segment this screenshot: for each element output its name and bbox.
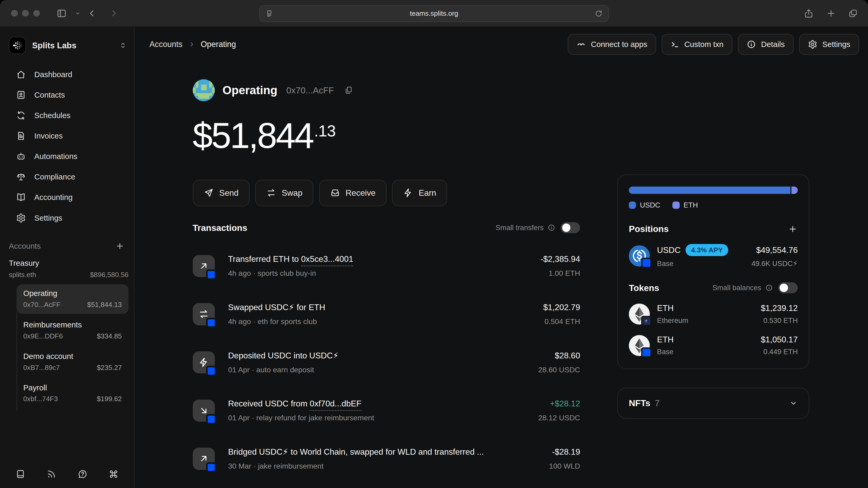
- copy-icon[interactable]: [344, 86, 353, 95]
- contact-card-icon: [16, 90, 26, 100]
- sidebar-item-contacts[interactable]: Contacts: [0, 85, 134, 105]
- account-name: Operating: [23, 289, 122, 298]
- account-address: 0xB7...89c7: [23, 364, 60, 372]
- earn-button[interactable]: Earn: [392, 180, 447, 206]
- send-button[interactable]: Send: [193, 180, 250, 206]
- transaction-row[interactable]: Bridged USDC⚡ to World Chain, swapped fo…: [193, 443, 580, 474]
- transaction-row[interactable]: Transferred ETH to 0x5ce3...4001 4h ago …: [193, 250, 580, 281]
- toggle-knob: [780, 284, 788, 292]
- tx-address-link[interactable]: 0x5ce3...4001: [301, 254, 353, 266]
- info-icon[interactable]: [765, 284, 773, 292]
- url-text[interactable]: teams.splits.org: [274, 9, 595, 18]
- transaction-row[interactable]: Received USDC from 0xf70d...dbEF 01 Apr …: [193, 395, 580, 426]
- share-icon[interactable]: [804, 8, 814, 18]
- docs-icon[interactable]: [16, 469, 25, 479]
- zoom-window-icon[interactable]: [33, 10, 40, 17]
- sidebar-item-schedules[interactable]: Schedules: [0, 105, 134, 126]
- new-tab-icon[interactable]: [826, 8, 836, 18]
- nfts-section[interactable]: NFTs 7: [617, 388, 809, 419]
- back-icon[interactable]: [87, 9, 97, 18]
- transaction-row[interactable]: Swapped USDC⚡ for ETH 4h ago · eth for s…: [193, 299, 580, 330]
- position-token-amount: 49.6K USDC⚡: [751, 260, 798, 268]
- account-name: Payroll: [23, 383, 122, 392]
- sidebar-item-settings[interactable]: Settings: [0, 208, 134, 228]
- breadcrumb-current: Operating: [200, 40, 236, 49]
- transaction-row[interactable]: Deposited USDC into USDC⚡ 01 Apr · auto …: [193, 347, 580, 378]
- info-icon[interactable]: [548, 224, 555, 232]
- sidebar-account-payroll[interactable]: Payroll 0xbf...74F3 $199.62: [17, 379, 128, 408]
- token-network: Base: [657, 348, 674, 356]
- settings-button[interactable]: Settings: [799, 34, 859, 55]
- tx-meta: 4h ago · sports club buy-in: [228, 269, 540, 278]
- details-button[interactable]: Details: [738, 34, 794, 55]
- sidebar-account-treasury[interactable]: Treasury splits.eth $896,580.56: [9, 259, 128, 279]
- sidebar-item-label: Schedules: [34, 111, 70, 120]
- sidebar-menu-chevron-icon[interactable]: [75, 10, 81, 16]
- lightning-icon: [403, 188, 413, 198]
- tx-token-amount: 28.12 USDC: [538, 414, 580, 422]
- reload-icon[interactable]: [594, 9, 603, 18]
- org-switcher-icon[interactable]: [119, 41, 127, 50]
- sidebar-item-dashboard[interactable]: Dashboard: [0, 64, 134, 85]
- token-row[interactable]: ETH $1,239.12 Ethereum 0.530 ETH: [629, 303, 798, 325]
- org-logo: [9, 37, 26, 54]
- tx-amount: $28.60: [538, 351, 580, 361]
- legend-label: ETH: [684, 201, 698, 209]
- reader-icon[interactable]: [265, 9, 274, 18]
- scales-icon: [16, 172, 26, 182]
- sidebar-toggle-icon[interactable]: [56, 8, 67, 19]
- sidebar-account-demo[interactable]: Demo account 0xB7...89c7 $235.27: [17, 347, 128, 376]
- inbox-icon: [330, 188, 340, 198]
- connect-icon: [577, 40, 586, 49]
- nfts-count: 7: [655, 398, 660, 408]
- token-row[interactable]: ETH $1,050.17 Base 0.449 ETH: [629, 335, 798, 356]
- positions-title: Positions: [629, 224, 669, 234]
- gear-icon: [808, 40, 817, 49]
- token-symbol: ETH: [657, 303, 674, 313]
- sidebar-account-reimbursements[interactable]: Reimbursements 0x9E...DDF6 $334.85: [17, 316, 128, 345]
- allocation-usdc-segment: [629, 187, 790, 194]
- sidebar-item-label: Automations: [34, 152, 78, 161]
- account-balance: $199.62: [97, 395, 122, 403]
- position-row[interactable]: USDC 4.3% APY $49,554.76 Base 49.6K USDC…: [629, 244, 798, 268]
- positions-card: USDC ETH Positions: [617, 175, 809, 369]
- tab-overview-icon[interactable]: [848, 8, 858, 18]
- sidebar-item-label: Compliance: [34, 172, 75, 181]
- swap-button[interactable]: Swap: [255, 180, 313, 206]
- account-ens: splits.eth: [9, 271, 36, 279]
- rss-icon[interactable]: [46, 469, 56, 479]
- sidebar-item-invoices[interactable]: Invoices: [0, 126, 134, 146]
- button-label: Settings: [823, 40, 850, 49]
- add-account-icon[interactable]: [115, 241, 125, 251]
- traffic-lights[interactable]: [11, 10, 40, 17]
- org-switcher[interactable]: Splits Labs: [9, 34, 127, 56]
- tokens-title: Tokens: [629, 283, 659, 293]
- close-window-icon[interactable]: [11, 10, 18, 17]
- sidebar-item-automations[interactable]: Automations: [0, 146, 134, 166]
- account-balance: $51,844.13: [87, 301, 122, 309]
- help-icon[interactable]: [78, 469, 88, 479]
- address-bar[interactable]: teams.splits.org: [259, 5, 609, 22]
- connect-to-apps-button[interactable]: Connect to apps: [568, 34, 656, 55]
- tx-meta: 4h ago · eth for sports club: [228, 317, 544, 326]
- usdc-legend-swatch: [629, 202, 636, 209]
- small-transfers-toggle[interactable]: [561, 222, 580, 233]
- sidebar-item-compliance[interactable]: Compliance: [0, 166, 134, 187]
- custom-txn-button[interactable]: Custom txn: [662, 34, 733, 55]
- account-name: Demo account: [23, 352, 122, 361]
- add-position-icon[interactable]: [788, 224, 798, 234]
- app-window: teams.splits.org Splits Labs: [0, 0, 868, 488]
- minimize-window-icon[interactable]: [22, 10, 29, 17]
- button-label: Custom txn: [684, 40, 723, 49]
- small-balances-toggle[interactable]: [778, 282, 798, 293]
- nfts-title: NFTs: [629, 398, 650, 408]
- tx-address-link[interactable]: 0xf70d...dbEF: [310, 399, 361, 410]
- receive-button[interactable]: Receive: [319, 180, 387, 206]
- sidebar-item-accounting[interactable]: Accounting: [0, 187, 134, 208]
- sidebar-account-operating[interactable]: Operating 0x70...AcFF $51,844.13: [17, 284, 128, 313]
- sidebar: Splits Labs Dashboard Contacts Schedules: [0, 27, 134, 488]
- breadcrumb-accounts[interactable]: Accounts: [150, 40, 183, 49]
- tx-token-amount: 1.00 ETH: [540, 269, 580, 278]
- forward-icon[interactable]: [109, 9, 119, 18]
- command-icon[interactable]: [108, 469, 119, 479]
